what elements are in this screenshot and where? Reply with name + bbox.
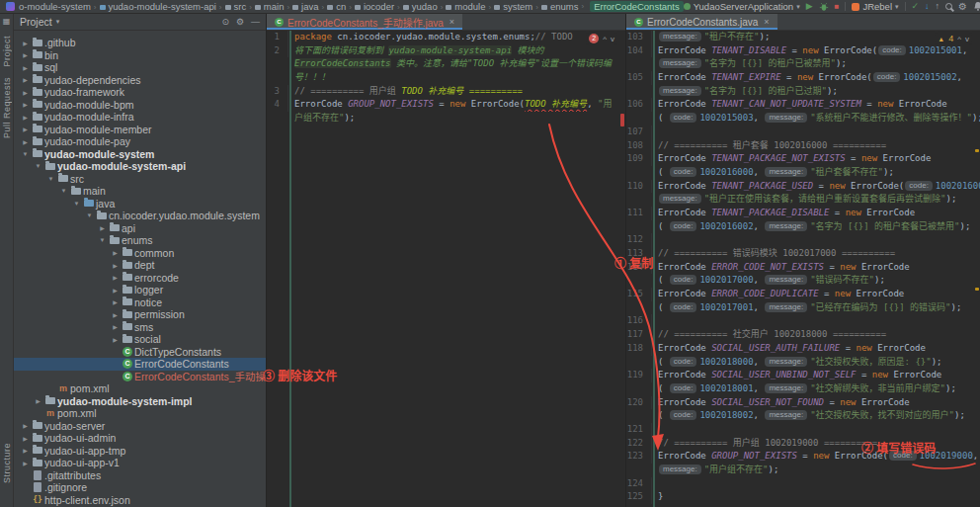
tree-item[interactable]: ▼yudao-module-system bbox=[14, 148, 266, 161]
tree-expand-arrow[interactable]: ▶ bbox=[20, 40, 31, 46]
tree-item[interactable]: ▶api bbox=[14, 222, 266, 235]
warning-stripe-mark[interactable] bbox=[975, 149, 979, 152]
tree-item[interactable]: ▶yudao-module-system-impl bbox=[14, 395, 266, 408]
line-number[interactable]: 109 bbox=[626, 152, 652, 166]
line-number[interactable]: 114 bbox=[626, 261, 652, 275]
code-line[interactable]: ( code:1002016000, message:"租户套餐不存在"); bbox=[626, 166, 980, 180]
code-line[interactable]: 118ErrorCode SOCIAL_USER_AUTH_FAILURE = … bbox=[626, 342, 980, 356]
breadcrumb-item[interactable]: enums bbox=[550, 1, 579, 12]
code-line[interactable]: 108// ========== 租户套餐 1002016000 =======… bbox=[626, 139, 980, 153]
tree-expand-arrow[interactable]: ▶ bbox=[20, 126, 31, 132]
editor-content-left[interactable]: 1package cn.iocoder.yudao.module.system.… bbox=[267, 31, 625, 507]
line-number[interactable]: 3 bbox=[267, 85, 288, 99]
tree-item[interactable]: ▶sms bbox=[14, 321, 266, 334]
tree-expand-arrow[interactable]: ▶ bbox=[20, 89, 31, 96]
code-line[interactable]: 117// ========== 社交用户 1002018000 =======… bbox=[626, 328, 980, 342]
panel-settings-icon[interactable]: ⚙ bbox=[236, 17, 244, 27]
tree-expand-arrow[interactable]: ▶ bbox=[20, 76, 31, 83]
prev-error-icon[interactable]: ^ bbox=[603, 35, 607, 43]
stop-button[interactable]: ■ bbox=[835, 2, 840, 11]
tree-expand-arrow[interactable]: ▼ bbox=[45, 176, 56, 182]
breadcrumb-item[interactable]: src bbox=[234, 1, 247, 12]
code-line[interactable]: 115ErrorCode ERROR_CODE_DUPLICATE = new … bbox=[626, 288, 980, 301]
locate-file-icon[interactable]: ⊙ bbox=[221, 17, 229, 27]
line-number[interactable]: 118 bbox=[626, 342, 652, 356]
code-line[interactable]: 105ErrorCode TENANT_EXPIRE = new ErrorCo… bbox=[626, 71, 980, 85]
tool-button-project[interactable]: Project bbox=[2, 36, 12, 67]
tree-expand-arrow[interactable]: ▶ bbox=[110, 287, 121, 294]
code-line[interactable]: 116 bbox=[626, 314, 980, 328]
tree-expand-arrow[interactable]: ▶ bbox=[20, 138, 31, 145]
tree-item[interactable]: ▶yudao-module-pay bbox=[14, 135, 266, 148]
code-line[interactable]: 124 bbox=[626, 477, 980, 491]
code-line[interactable]: 125} bbox=[626, 490, 980, 504]
inspections-widget-left[interactable]: 2 ^ v bbox=[586, 33, 617, 44]
code-line[interactable]: 120ErrorCode SOCIAL_USER_NOT_FOUND = new… bbox=[626, 396, 980, 410]
tree-expand-arrow[interactable]: ▼ bbox=[58, 188, 69, 194]
tree-expand-arrow[interactable]: ▶ bbox=[20, 114, 31, 121]
code-line[interactable]: 121 bbox=[626, 423, 980, 437]
editor-content-right[interactable]: 103message:"租户不存在");104ErrorCode TENANT_… bbox=[626, 31, 980, 507]
tree-item[interactable]: ErrorCodeConstants_手动操作.java bbox=[14, 371, 266, 383]
tree-item[interactable]: ▶yudao-framework bbox=[14, 86, 266, 99]
line-number[interactable]: 120 bbox=[626, 396, 652, 410]
tree-expand-arrow[interactable]: ▶ bbox=[20, 422, 31, 429]
breadcrumb-project[interactable]: o-module-system bbox=[19, 1, 91, 12]
code-line[interactable]: ( code:1002018002, message:"社交授权失败，找不到对应… bbox=[626, 409, 980, 423]
search-icon[interactable] bbox=[945, 3, 952, 10]
code-line[interactable]: 2将下面的错误码复制到 yudao-module-system-api 模块的 bbox=[267, 44, 625, 58]
debug-button-icon[interactable] bbox=[819, 2, 829, 12]
tree-expand-arrow[interactable]: ▶ bbox=[110, 336, 121, 343]
tree-expand-arrow[interactable]: ▶ bbox=[20, 435, 31, 442]
code-line[interactable]: ErrorCodeConstants 类中。注意，请给"TODO 补充编号"设置… bbox=[267, 57, 625, 71]
line-number[interactable]: 107 bbox=[626, 126, 652, 139]
tree-item[interactable]: .gitignore bbox=[14, 481, 266, 494]
tree-item[interactable]: ▶yudao-dependencies bbox=[14, 74, 266, 87]
line-number[interactable]: 123 bbox=[626, 450, 652, 464]
tree-item[interactable]: ▶notice bbox=[14, 296, 266, 309]
tree-item[interactable]: pom.xml bbox=[14, 407, 266, 420]
code-line[interactable]: message:"名字为 [{}] 的租户已被禁用"); bbox=[626, 57, 980, 71]
line-number[interactable]: 103 bbox=[626, 31, 652, 44]
line-number[interactable]: 124 bbox=[626, 477, 652, 491]
tree-item[interactable]: ▼enums bbox=[14, 234, 266, 247]
code-line[interactable]: 123ErrorCode GROUP_NOT_EXISTS = new Erro… bbox=[626, 450, 980, 464]
update-project-icon[interactable]: ↓ bbox=[925, 2, 930, 11]
line-number[interactable]: 125 bbox=[626, 490, 652, 504]
code-line[interactable]: 112 bbox=[626, 233, 980, 247]
breadcrumb-item[interactable]: iocoder bbox=[364, 1, 394, 12]
line-number[interactable]: 119 bbox=[626, 369, 652, 382]
line-number[interactable]: 4 bbox=[267, 98, 288, 112]
push-icon[interactable]: ↑ bbox=[936, 2, 940, 11]
tree-item[interactable]: ▼java bbox=[14, 198, 266, 211]
line-number[interactable]: 2 bbox=[267, 44, 288, 58]
line-number[interactable]: 112 bbox=[626, 233, 652, 247]
code-line[interactable]: message:"用户组不存在"); bbox=[626, 464, 980, 477]
code-line[interactable]: 1package cn.iocoder.yudao.module.system.… bbox=[267, 31, 625, 44]
commit-icon[interactable]: ✓ bbox=[912, 2, 920, 11]
next-warning-icon[interactable]: v bbox=[965, 35, 969, 43]
code-line[interactable]: 109ErrorCode TENANT_PACKAGE_NOT_EXISTS =… bbox=[626, 152, 980, 166]
code-line[interactable]: 103message:"租户不存在"); bbox=[626, 31, 980, 44]
line-number[interactable]: 116 bbox=[626, 314, 652, 328]
line-number[interactable]: 113 bbox=[626, 247, 652, 261]
tree-expand-arrow[interactable]: ▶ bbox=[20, 51, 31, 58]
warning-stripe-mark[interactable] bbox=[975, 288, 979, 291]
tree-item[interactable]: ▶errorcode bbox=[14, 272, 266, 285]
tree-item[interactable]: ▶dept bbox=[14, 259, 266, 272]
tree-item[interactable]: ▼yudao-module-system-api bbox=[14, 160, 266, 173]
code-line[interactable]: 107 bbox=[626, 126, 980, 139]
breadcrumb-item[interactable]: main bbox=[264, 1, 285, 12]
line-number[interactable]: 1 bbox=[267, 31, 288, 44]
line-number[interactable]: 115 bbox=[626, 288, 652, 301]
run-button[interactable]: ▶ bbox=[806, 2, 813, 11]
line-number[interactable]: 117 bbox=[626, 328, 652, 342]
tree-expand-arrow[interactable]: ▶ bbox=[97, 224, 108, 231]
tree-item[interactable]: ▼src bbox=[14, 173, 266, 186]
line-number[interactable]: 105 bbox=[626, 71, 652, 85]
close-icon[interactable]: × bbox=[764, 17, 769, 27]
line-number[interactable]: 104 bbox=[626, 44, 652, 58]
tree-expand-arrow[interactable]: ▶ bbox=[20, 64, 31, 71]
tab-errorcodeconstants-manual[interactable]: ErrorCodeConstants_手动操作.java × bbox=[267, 14, 462, 30]
breadcrumb-item[interactable]: cn bbox=[336, 1, 346, 12]
